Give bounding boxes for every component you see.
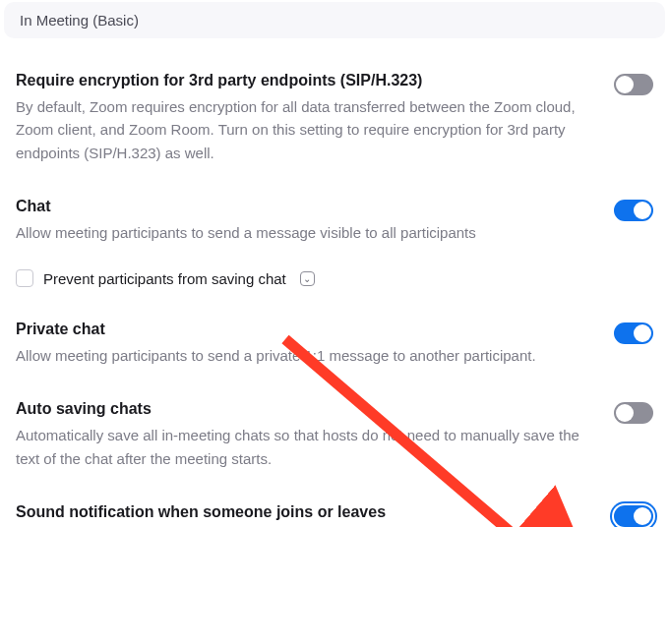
sub-option-prevent-saving-chat: Prevent participants from saving chat ⌄ (16, 269, 590, 287)
setting-desc: Allow meeting participants to send a mes… (16, 221, 590, 244)
setting-body: Chat Allow meeting participants to send … (16, 198, 614, 287)
section-header: In Meeting (Basic) (4, 2, 665, 38)
setting-title: Chat (16, 198, 590, 215)
setting-body: Require encryption for 3rd party endpoin… (16, 72, 614, 164)
setting-title: Auto saving chats (16, 400, 590, 418)
setting-title: Require encryption for 3rd party endpoin… (16, 72, 590, 89)
settings-list: Require encryption for 3rd party endpoin… (0, 38, 669, 527)
toggle-require-encryption[interactable] (614, 74, 653, 95)
toggle-auto-saving-chats[interactable] (614, 402, 653, 424)
checkbox-prevent-saving-chat[interactable] (16, 269, 33, 287)
setting-private-chat: Private chat Allow meeting participants … (16, 287, 653, 367)
setting-desc: Allow meeting participants to send a pri… (16, 344, 590, 367)
setting-chat: Chat Allow meeting participants to send … (16, 164, 653, 287)
setting-sound-notification: Sound notification when someone joins or… (16, 470, 653, 527)
setting-desc: Automatically save all in-meeting chats … (16, 424, 590, 470)
setting-body: Sound notification when someone joins or… (16, 503, 614, 527)
section-header-text: In Meeting (Basic) (20, 12, 139, 29)
setting-body: Private chat Allow meeting participants … (16, 321, 614, 367)
help-icon[interactable]: ⌄ (300, 271, 315, 286)
sub-option-label: Prevent participants from saving chat (43, 270, 286, 287)
setting-desc: By default, Zoom requires encryption for… (16, 95, 590, 164)
toggle-private-chat[interactable] (614, 322, 653, 344)
toggle-chat[interactable] (614, 200, 653, 221)
setting-body: Auto saving chats Automatically save all… (16, 400, 614, 470)
setting-auto-saving-chats: Auto saving chats Automatically save all… (16, 367, 653, 470)
toggle-sound-notification[interactable] (614, 505, 653, 527)
setting-title: Sound notification when someone joins or… (16, 503, 590, 521)
setting-title: Private chat (16, 321, 590, 338)
setting-require-encryption: Require encryption for 3rd party endpoin… (16, 38, 653, 164)
